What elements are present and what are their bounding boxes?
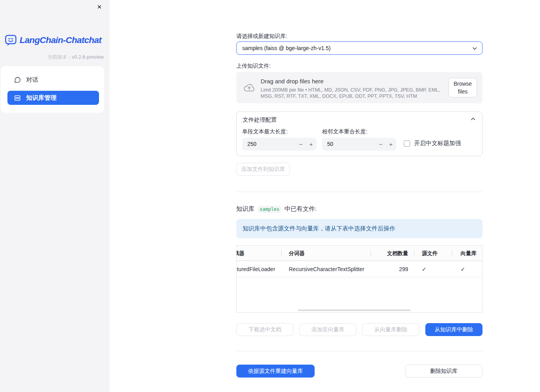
- app-logo: LangChain-Chatchat: [5, 34, 101, 46]
- sidebar-item-knowledge-base[interactable]: 知识库管理: [7, 91, 99, 105]
- column-header-vector-store[interactable]: 向量库: [452, 246, 482, 261]
- dropzone-hint: Limit 200MB per file • HTML, MD, JSON, C…: [261, 87, 446, 99]
- chat-bubble-icon: [14, 76, 21, 84]
- kb-select[interactable]: samples (faiss @ bge-large-zh-v1.5): [236, 41, 482, 55]
- app-window: ✕ LangChain-Chatchat 当前版本：v0.2.6-preview: [0, 0, 540, 392]
- column-header-source-file[interactable]: 源文件: [414, 246, 452, 261]
- sidebar-close-icon[interactable]: ✕: [95, 2, 104, 12]
- dropzone-title: Drag and drop files here: [261, 78, 324, 85]
- sidebar: ✕ LangChain-Chatchat 当前版本：v0.2.6-preview: [0, 0, 110, 392]
- overlap-size-input[interactable]: 50 − +: [322, 138, 396, 151]
- sidebar-item-label: 对话: [26, 76, 38, 84]
- zh-title-enhance-row[interactable]: 开启中文标题加强: [404, 140, 461, 147]
- cell-source-file-check: ✓: [414, 261, 452, 277]
- browse-files-button[interactable]: Browse files: [448, 78, 477, 97]
- chunk-size-value: 250: [247, 141, 256, 147]
- version-text: 当前版本：v0.2.6-preview: [47, 54, 104, 61]
- chunk-plus-button[interactable]: +: [306, 138, 317, 151]
- files-table[interactable]: 文档加载器 分词器 文档数量 源文件 向量库 UnstructuredFileL…: [236, 245, 482, 313]
- chevron-up-icon: [470, 116, 476, 122]
- cell-doc-count: 299: [371, 261, 414, 277]
- chunk-size-label: 单段文本最大长度:: [242, 128, 288, 135]
- chunk-minus-button[interactable]: −: [295, 138, 306, 151]
- cell-loader: UnstructuredFileLoader: [236, 261, 282, 277]
- knowledge-base-icon: [14, 94, 21, 102]
- info-alert-text: 知识库中包含源文件与向量库，请从下表中选择文件后操作: [236, 225, 395, 232]
- kb-name-code: samples: [258, 206, 282, 213]
- add-files-to-kb-button[interactable]: 添加文件到知识库: [236, 163, 290, 176]
- file-dropzone[interactable]: Drag and drop files here Limit 200MB per…: [236, 72, 482, 103]
- overlap-size-label: 相邻文本重合长度:: [322, 128, 367, 135]
- cell-splitter: RecursiveCharacterTextSplitter: [282, 261, 371, 277]
- upload-cloud-icon: [243, 81, 256, 94]
- logo-chat-bubble-icon: [5, 34, 17, 46]
- table-row[interactable]: UnstructuredFileLoader RecursiveCharacte…: [236, 261, 482, 277]
- delete-from-kb-button[interactable]: 从知识库中删除: [425, 323, 482, 336]
- zh-title-enhance-checkbox[interactable]: [404, 140, 410, 147]
- zh-title-enhance-label: 开启中文标题加强: [414, 140, 461, 147]
- rebuild-vector-store-button[interactable]: 依据源文件重建向量库: [236, 365, 315, 378]
- column-header-splitter[interactable]: 分词器: [282, 246, 371, 261]
- chunk-size-input[interactable]: 250 − +: [242, 138, 317, 151]
- overlap-size-value: 50: [327, 141, 333, 147]
- add-to-vector-store-button[interactable]: 添加至向量库: [299, 323, 356, 336]
- info-alert: 知识库中包含源文件与向量库，请从下表中选择文件后操作: [236, 219, 482, 238]
- column-header-loader[interactable]: 文档加载器: [236, 246, 282, 261]
- sidebar-item-label: 知识库管理: [26, 94, 57, 102]
- kb-select-value: samples (faiss @ bge-large-zh-v1.5): [237, 45, 331, 51]
- cell-vector-store-check: ✓: [452, 261, 482, 277]
- horizontal-scrollbar[interactable]: [298, 309, 410, 311]
- chevron-down-icon: [472, 46, 477, 51]
- upload-label: 上传知识文件:: [236, 63, 271, 70]
- divider: [236, 192, 482, 192]
- delete-from-vector-store-button[interactable]: 从向量库删除: [362, 323, 419, 336]
- files-heading: 知识库 samples 中已有文件:: [236, 205, 317, 213]
- download-selected-button[interactable]: 下载选中文档: [236, 323, 293, 336]
- table-header-row: 文档加载器 分词器 文档数量 源文件 向量库: [236, 246, 482, 261]
- file-config-expander: 文件处理配置 单段文本最大长度: 相邻文本重合长度: 250 − + 50 − …: [236, 111, 482, 156]
- expander-header[interactable]: 文件处理配置: [237, 112, 482, 126]
- overlap-plus-button[interactable]: +: [385, 138, 396, 151]
- sidebar-nav: 对话 知识库管理: [1, 66, 104, 113]
- kb-select-label: 请选择或新建知识库:: [236, 33, 287, 40]
- sidebar-item-chat[interactable]: 对话: [7, 73, 99, 87]
- divider: [236, 351, 482, 351]
- expander-title: 文件处理配置: [243, 116, 277, 124]
- logo-text: LangChain-Chatchat: [20, 35, 101, 45]
- delete-kb-button[interactable]: 删除知识库: [405, 365, 482, 378]
- overlap-minus-button[interactable]: −: [375, 138, 386, 151]
- column-header-doc-count[interactable]: 文档数量: [371, 246, 414, 261]
